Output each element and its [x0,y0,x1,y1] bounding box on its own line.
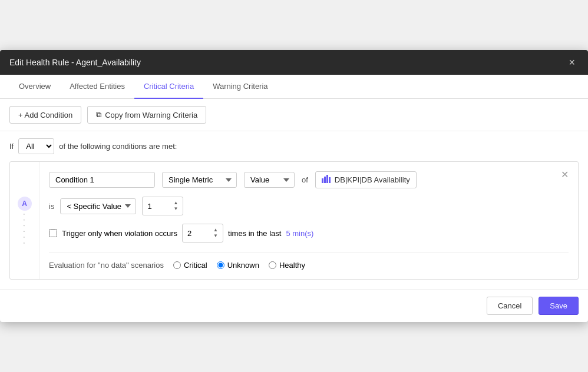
condition-main-panel: Single Metric Multiple Metrics Value Bas… [39,162,578,279]
copy-icon: ⧉ [96,110,101,119]
trigger-label: Trigger only when violation occurs [62,229,177,238]
condition-name-row: Single Metric Multiple Metrics Value Bas… [49,171,569,188]
trigger-count-input[interactable] [185,229,212,238]
dialog-title: Edit Health Rule - Agent_Availability [9,58,141,67]
trigger-count-wrapper: ▲ ▼ [182,224,223,243]
radio-critical-input[interactable] [173,261,181,269]
threshold-up-button[interactable]: ▲ [171,200,180,206]
comparison-select[interactable]: < Specific Value > Specific Value = Spec… [60,198,136,214]
value-type-select[interactable]: Value Baseline [244,172,295,188]
threshold-spinners: ▲ ▼ [171,200,180,212]
add-condition-button[interactable]: + Add Condition [9,106,81,124]
edit-health-rule-dialog: Edit Health Rule - Agent_Availability × … [0,50,588,322]
trigger-suffix-pre: times in the last [228,229,281,238]
tabs-bar: Overview Affected Entities Critical Crit… [0,75,588,99]
if-label: If [9,142,14,151]
svg-rect-0 [322,178,323,183]
condition-letter-badge: A [18,197,32,211]
condition-filter-row: If All Any of the following conditions a… [0,131,588,161]
dialog-header: Edit Health Rule - Agent_Availability × [0,50,588,75]
threshold-input-wrapper: ▲ ▼ [142,197,183,215]
condition-left-panel: A · · · · · · [10,162,39,279]
trigger-time-link[interactable]: 5 min(s) [286,229,313,238]
tab-critical-criteria[interactable]: Critical Criteria [134,75,203,99]
evaluation-label: Evaluation for "no data" scenarios [49,261,164,270]
radio-unknown-input[interactable] [217,261,224,269]
evaluation-row: Evaluation for "no data" scenarios Criti… [49,252,569,270]
radio-healthy-label: Healthy [279,261,305,270]
trigger-count-up-button[interactable]: ▲ [212,227,220,233]
svg-rect-3 [329,177,331,183]
radio-critical[interactable]: Critical [173,261,207,270]
tab-affected-entities[interactable]: Affected Entities [60,75,134,99]
value-row: is < Specific Value > Specific Value = S… [49,197,569,215]
radio-group: Critical Unknown Healthy [173,261,305,270]
copy-from-warning-button[interactable]: ⧉ Copy from Warning Criteria [87,106,206,124]
trigger-checkbox[interactable] [49,229,57,237]
content-area: A · · · · · · Single Metric Multiple Met… [0,161,588,289]
radio-healthy[interactable]: Healthy [269,261,305,270]
radio-unknown-label: Unknown [227,261,259,270]
svg-rect-1 [324,177,326,183]
condition-remove-button[interactable]: ✕ [557,168,572,181]
dialog-close-button[interactable]: × [565,56,579,69]
threshold-down-button[interactable]: ▼ [171,206,180,212]
of-label: of [302,175,308,184]
metric-type-select[interactable]: Single Metric Multiple Metrics [162,172,237,188]
cancel-button[interactable]: Cancel [487,297,533,315]
save-button[interactable]: Save [539,297,579,315]
svg-rect-2 [326,175,328,183]
radio-critical-label: Critical [184,261,207,270]
condition-name-input[interactable] [49,172,155,188]
metric-name-label: DB|KPI|DB Availability [335,175,410,184]
metric-tag[interactable]: DB|KPI|DB Availability [315,171,417,188]
radio-unknown[interactable]: Unknown [217,261,259,270]
trigger-row: Trigger only when violation occurs ▲ ▼ t… [49,224,569,243]
tab-warning-criteria[interactable]: Warning Criteria [203,75,277,99]
tab-overview[interactable]: Overview [9,75,60,99]
condition-box: A · · · · · · Single Metric Multiple Met… [9,161,579,280]
dialog-footer: Cancel Save [0,289,588,322]
drag-handle[interactable]: · · · · · · [20,213,29,245]
condition-suffix-label: of the following conditions are met: [59,142,177,151]
is-label: is [49,202,54,211]
chart-icon [322,175,331,185]
trigger-count-down-button[interactable]: ▼ [212,233,220,239]
trigger-count-spinners: ▲ ▼ [212,227,220,239]
condition-all-select[interactable]: All Any [18,138,54,154]
threshold-input[interactable] [145,202,171,211]
toolbar: + Add Condition ⧉ Copy from Warning Crit… [0,99,588,131]
radio-healthy-input[interactable] [269,261,276,269]
